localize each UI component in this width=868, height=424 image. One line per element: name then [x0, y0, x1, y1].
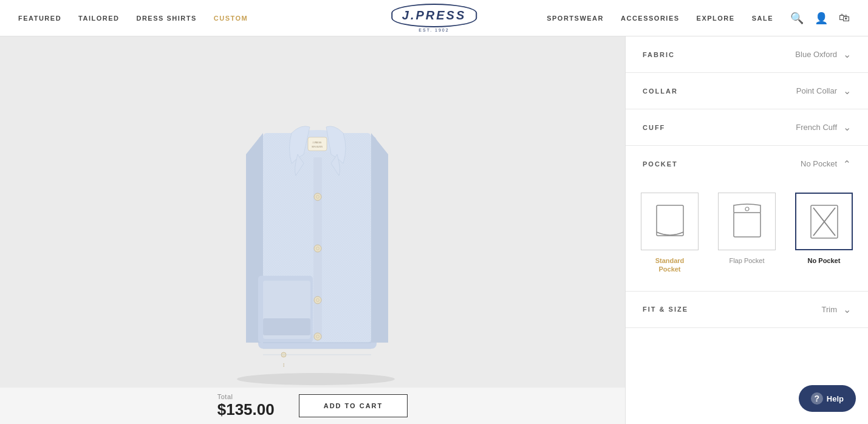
- nav-featured[interactable]: FEATURED: [18, 15, 61, 22]
- config-option-fabric: FABRIC Blue Oxford ⌄: [626, 36, 868, 73]
- logo-tagline: EST. 1902: [419, 28, 449, 32]
- cuff-value-row: French Cuff ⌄: [796, 121, 851, 133]
- pocket-chevron-icon: ⌄: [843, 158, 851, 169]
- shirt-image: J.PRESS NEW HAVEN I: [197, 75, 428, 385]
- nav-sportswear[interactable]: SPORTSWEAR: [547, 15, 604, 22]
- standard-pocket-label: StandardPocket: [655, 256, 685, 274]
- pocket-option-standard[interactable]: StandardPocket: [638, 188, 703, 279]
- config-option-pocket: POCKET No Pocket ⌄: [626, 146, 868, 292]
- pocket-option-flap[interactable]: Flap Pocket: [713, 188, 781, 279]
- config-panel: FABRIC Blue Oxford ⌄ COLLAR Point Collar…: [625, 36, 868, 424]
- standard-pocket-icon-box: [641, 193, 699, 250]
- standard-pocket-svg: [652, 200, 688, 243]
- svg-rect-21: [263, 318, 310, 335]
- header-icons: 🔍 👤 🛍: [790, 12, 850, 25]
- collar-value-row: Point Collar ⌄: [796, 85, 851, 97]
- nav-accessories[interactable]: ACCESSORIES: [621, 15, 680, 22]
- no-pocket-label: No Pocket: [808, 256, 841, 265]
- cuff-label: CUFF: [643, 124, 665, 131]
- svg-text:J.PRESS: J.PRESS: [312, 141, 321, 144]
- flap-pocket-svg: [729, 200, 765, 243]
- pocket-expanded-panel: StandardPocket Flap Pocke: [626, 182, 868, 291]
- pocket-value: No Pocket: [801, 159, 837, 168]
- fabric-value: Blue Oxford: [795, 50, 837, 59]
- site-header: FEATURED TAILORED DRESS SHIRTS CUSTOM J.…: [0, 0, 868, 36]
- fabric-label: FABRIC: [643, 51, 675, 58]
- svg-point-0: [237, 373, 395, 385]
- search-icon[interactable]: 🔍: [790, 12, 804, 25]
- flap-pocket-label: Flap Pocket: [729, 256, 764, 265]
- pocket-options: StandardPocket Flap Pocke: [638, 188, 856, 279]
- cart-icon[interactable]: 🛍: [839, 12, 850, 24]
- nav-sale[interactable]: SALE: [752, 15, 773, 22]
- collar-chevron-icon: ⌄: [843, 85, 851, 97]
- fit-size-header[interactable]: FIT & SIZE Trim ⌄: [626, 292, 868, 327]
- help-question-icon: ?: [811, 392, 823, 405]
- shirt-image-container: J.PRESS NEW HAVEN I: [197, 75, 428, 385]
- svg-text:NEW HAVEN: NEW HAVEN: [312, 146, 323, 148]
- fabric-header[interactable]: FABRIC Blue Oxford ⌄: [626, 36, 868, 72]
- help-label: Help: [827, 394, 844, 403]
- fit-size-value: Trim: [821, 305, 837, 314]
- main-content: J.PRESS NEW HAVEN I: [0, 36, 868, 424]
- collar-header[interactable]: COLLAR Point Collar ⌄: [626, 73, 868, 109]
- nav-dress-shirts[interactable]: DRESS SHIRTS: [136, 15, 196, 22]
- price-value: $135.00: [217, 400, 275, 419]
- price-section: Total $135.00: [217, 393, 275, 419]
- config-option-cuff: CUFF French Cuff ⌄: [626, 109, 868, 146]
- svg-point-11: [314, 193, 321, 200]
- cuff-chevron-icon: ⌄: [843, 121, 851, 133]
- fit-size-label: FIT & SIZE: [643, 306, 688, 313]
- svg-point-17: [314, 333, 321, 340]
- user-icon[interactable]: 👤: [815, 12, 828, 25]
- nav-left: FEATURED TAILORED DRESS SHIRTS CUSTOM: [18, 15, 248, 22]
- add-to-cart-button[interactable]: ADD TO CART: [299, 394, 408, 417]
- flap-pocket-icon-box: [718, 193, 776, 250]
- nav-tailored[interactable]: TAILORED: [78, 15, 119, 22]
- nav-explore[interactable]: EXPLORE: [697, 15, 735, 22]
- pocket-option-none[interactable]: No Pocket: [790, 188, 856, 279]
- svg-rect-7: [308, 137, 327, 151]
- help-button[interactable]: ? Help: [799, 385, 856, 412]
- svg-point-29: [745, 207, 749, 211]
- collar-label: COLLAR: [643, 87, 678, 95]
- price-bar: Total $135.00 ADD TO CART: [0, 388, 625, 424]
- cuff-value: French Cuff: [796, 123, 837, 132]
- price-label: Total: [217, 393, 275, 400]
- config-option-collar: COLLAR Point Collar ⌄: [626, 73, 868, 109]
- no-pocket-svg: [806, 200, 842, 243]
- cuff-header[interactable]: CUFF French Cuff ⌄: [626, 109, 868, 145]
- no-pocket-icon-box: [795, 193, 853, 250]
- shirt-area: J.PRESS NEW HAVEN I: [0, 36, 625, 424]
- nav-right: SPORTSWEAR ACCESSORIES EXPLORE SALE 🔍 👤 …: [547, 12, 850, 25]
- fit-size-value-row: Trim ⌄: [821, 304, 851, 315]
- pocket-label: POCKET: [643, 160, 678, 168]
- logo-text: J.PRESS: [402, 9, 466, 22]
- logo[interactable]: J.PRESS EST. 1902: [391, 4, 477, 32]
- config-option-fit-size: FIT & SIZE Trim ⌄: [626, 292, 868, 328]
- pocket-scroll-container: StandardPocket Flap Pocke: [638, 188, 856, 279]
- svg-point-13: [314, 245, 321, 252]
- fabric-value-row: Blue Oxford ⌄: [795, 49, 851, 60]
- nav-custom[interactable]: CUSTOM: [214, 15, 248, 22]
- fit-size-chevron-icon: ⌄: [843, 304, 851, 315]
- fabric-chevron-icon: ⌄: [843, 49, 851, 60]
- pocket-header[interactable]: POCKET No Pocket ⌄: [626, 146, 868, 182]
- svg-text:I: I: [282, 363, 284, 368]
- svg-rect-27: [657, 205, 683, 236]
- svg-rect-28: [734, 213, 760, 237]
- svg-point-15: [314, 296, 321, 304]
- collar-value: Point Collar: [796, 86, 837, 95]
- pocket-value-row: No Pocket ⌄: [801, 158, 851, 169]
